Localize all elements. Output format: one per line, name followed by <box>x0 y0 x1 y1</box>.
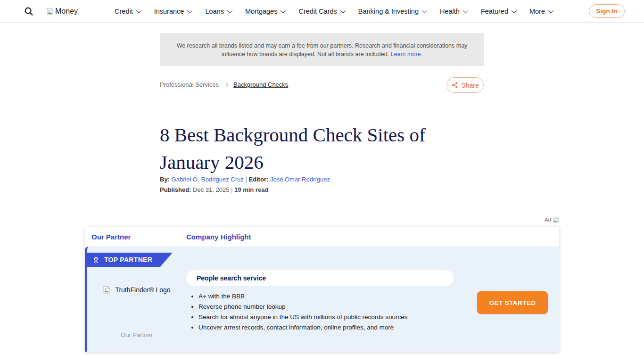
nav-label: More <box>529 8 545 15</box>
nav-label: Loans <box>205 8 224 15</box>
list-item: Reverse phone number lookup <box>198 303 462 311</box>
chevron-right-icon <box>224 82 229 87</box>
partner-card-header: Our Partner Company Highlight <box>85 227 559 247</box>
chevron-down-icon <box>422 8 427 13</box>
nav-label: Mortgages <box>245 8 278 15</box>
list-item: A+ with the BBB <box>198 293 462 300</box>
nav-item-loans[interactable]: Loans <box>205 8 231 15</box>
money-logo-text: Money <box>55 7 78 16</box>
money-logo[interactable]: Money <box>46 7 78 16</box>
learn-more-link[interactable]: Learn more. <box>391 51 422 58</box>
breadcrumb-item-professional-services[interactable]: Professional Services <box>160 81 219 88</box>
get-started-button[interactable]: GET STARTED <box>477 291 548 314</box>
chevron-down-icon <box>463 8 468 13</box>
chevron-down-icon <box>136 8 141 13</box>
author-link[interactable]: Gabriel O. Rodriguez Cruz <box>172 176 244 183</box>
byline-separator: | <box>245 176 247 183</box>
nav-item-banking-investing[interactable]: Banking & Investing <box>358 8 426 15</box>
broken-image-icon <box>553 216 559 223</box>
nav-item-more[interactable]: More <box>529 8 552 15</box>
ad-label: Ad <box>545 217 551 222</box>
column-header-company-highlight: Company Highlight <box>186 233 251 241</box>
editor-label: Editor: <box>248 176 268 183</box>
top-partner-card: Our Partner Company Highlight TOP PARTNE… <box>85 227 559 352</box>
nav-label: Banking & Investing <box>358 8 419 15</box>
search-icon[interactable] <box>24 6 34 16</box>
chevron-down-icon <box>512 8 517 13</box>
nav-label: Health <box>440 8 460 15</box>
editor-link[interactable]: José Omar Rodríguez <box>270 176 330 183</box>
truthfinder-logo-alt-text: TruthFinder® Logo <box>115 286 170 294</box>
chevron-down-icon <box>187 8 192 13</box>
byline: By: Gabriel O. Rodriguez Cruz | Editor: … <box>160 176 330 183</box>
breadcrumb: Professional Services Background Checks <box>160 81 288 88</box>
by-label: By: <box>160 176 170 183</box>
page-title: 8 Best Background Check Sites of January… <box>160 121 490 176</box>
broken-image-icon <box>46 8 54 15</box>
chevron-down-icon <box>548 8 553 13</box>
highlight-pill: People search service <box>186 270 454 286</box>
feature-bullet-list: A+ with the BBB Reverse phone number loo… <box>192 293 462 334</box>
nav-label: Credit Cards <box>298 8 337 15</box>
nav-item-credit-cards[interactable]: Credit Cards <box>298 8 344 15</box>
list-item: Uncover arrest records, contact informat… <box>198 324 462 331</box>
published-label: Published: <box>160 186 191 193</box>
sign-in-button[interactable]: Sign In <box>589 4 625 18</box>
broken-image-icon <box>103 286 111 294</box>
disclosure-text: We research all brands listed and may ea… <box>177 42 468 58</box>
chevron-down-icon <box>227 8 232 13</box>
published-date: Dec 31, 2025 <box>193 186 229 193</box>
nav-item-insurance[interactable]: Insurance <box>154 8 191 15</box>
published-line: Published: Dec 31, 2025 | 19 min read <box>160 186 268 193</box>
share-icon <box>451 82 458 89</box>
advertiser-disclosure: We research all brands listed and may ea… <box>160 33 484 66</box>
partner-caption: Our Partner <box>87 331 186 338</box>
nav-label: Featured <box>481 8 508 15</box>
nav-item-mortgages[interactable]: Mortgages <box>245 8 285 15</box>
main-nav: Credit Insurance Loans Mortgages Credit … <box>78 8 589 15</box>
ad-label-row: Ad <box>545 216 559 223</box>
nav-label: Insurance <box>154 8 184 15</box>
share-button[interactable]: Share <box>446 77 484 93</box>
read-time: 19 min read <box>234 186 268 193</box>
share-label: Share <box>461 82 479 89</box>
page: Money Credit Insurance Loans Mortgages C… <box>0 0 644 362</box>
nav-item-featured[interactable]: Featured <box>481 8 515 15</box>
partner-card-body: TOP PARTNER TruthFinder® Logo Our Partne… <box>85 247 559 352</box>
partner-column: TruthFinder® Logo Our Partner <box>87 247 186 352</box>
top-navigation-bar: Money Credit Insurance Loans Mortgages C… <box>0 0 644 23</box>
chevron-down-icon <box>281 8 286 13</box>
column-header-our-partner: Our Partner <box>85 233 186 241</box>
nav-item-health[interactable]: Health <box>440 8 467 15</box>
nav-item-credit[interactable]: Credit <box>115 8 140 15</box>
next-partner-row <box>85 354 559 362</box>
breadcrumb-item-background-checks[interactable]: Background Checks <box>233 81 288 88</box>
nav-label: Credit <box>115 8 133 15</box>
published-separator: | <box>231 186 232 193</box>
truthfinder-logo[interactable]: TruthFinder® Logo <box>87 286 186 294</box>
chevron-down-icon <box>340 8 346 13</box>
list-item: Search for almost anyone in the US with … <box>198 313 462 321</box>
